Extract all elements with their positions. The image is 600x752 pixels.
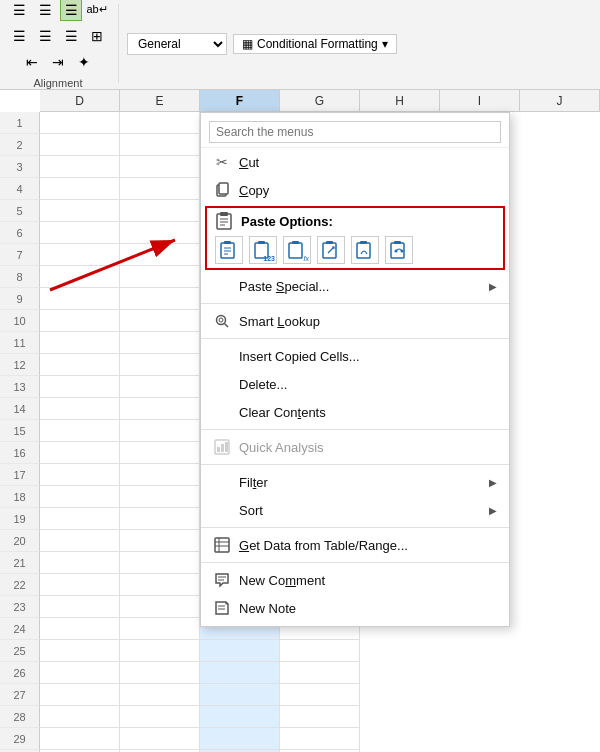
orientation-icon[interactable]: ✦ — [73, 51, 95, 73]
cell-E12[interactable] — [120, 354, 200, 376]
cell-E20[interactable] — [120, 530, 200, 552]
cell-D10[interactable] — [40, 310, 120, 332]
cell-E11[interactable] — [120, 332, 200, 354]
align-right-icon[interactable]: ☰ — [60, 0, 82, 21]
paste-icon-2[interactable]: 123 — [249, 236, 277, 264]
cell-E24[interactable] — [120, 618, 200, 640]
cell-D8[interactable] — [40, 266, 120, 288]
cell-D21[interactable] — [40, 552, 120, 574]
align-center-icon[interactable]: ☰ — [34, 0, 56, 21]
cell-E16[interactable] — [120, 442, 200, 464]
cell-D12[interactable] — [40, 354, 120, 376]
cell-E10[interactable] — [120, 310, 200, 332]
cell-D13[interactable] — [40, 376, 120, 398]
menu-item-sort[interactable]: ◻ Sort ▶ — [201, 496, 509, 524]
cell-D23[interactable] — [40, 596, 120, 618]
paste-icon-4[interactable] — [317, 236, 345, 264]
cell-D26[interactable] — [40, 662, 120, 684]
paste-icon-1[interactable] — [215, 236, 243, 264]
cell-E14[interactable] — [120, 398, 200, 420]
cell-E25[interactable] — [120, 640, 200, 662]
cell-D20[interactable] — [40, 530, 120, 552]
cell-D27[interactable] — [40, 684, 120, 706]
cell-F27[interactable] — [200, 684, 280, 706]
cell-E17[interactable] — [120, 464, 200, 486]
align-top-icon[interactable]: ☰ — [8, 25, 30, 47]
cell-G28[interactable] — [280, 706, 360, 728]
cell-D11[interactable] — [40, 332, 120, 354]
cell-D3[interactable] — [40, 156, 120, 178]
cell-F26[interactable] — [200, 662, 280, 684]
paste-icon-6[interactable] — [385, 236, 413, 264]
cell-E27[interactable] — [120, 684, 200, 706]
cell-D4[interactable] — [40, 178, 120, 200]
cell-G27[interactable] — [280, 684, 360, 706]
cell-D16[interactable] — [40, 442, 120, 464]
cell-E23[interactable] — [120, 596, 200, 618]
menu-item-get-data[interactable]: Get Data from Table/Range... — [201, 531, 509, 559]
menu-item-new-comment[interactable]: New Comment — [201, 566, 509, 594]
cell-E9[interactable] — [120, 288, 200, 310]
cell-D28[interactable] — [40, 706, 120, 728]
cell-E29[interactable] — [120, 728, 200, 750]
cell-E15[interactable] — [120, 420, 200, 442]
cell-D1[interactable] — [40, 112, 120, 134]
cell-D18[interactable] — [40, 486, 120, 508]
cell-D9[interactable] — [40, 288, 120, 310]
format-dropdown[interactable]: General — [127, 33, 227, 55]
cell-E8[interactable] — [120, 266, 200, 288]
wrap-text-icon[interactable]: ab↵ — [86, 0, 108, 21]
cell-D14[interactable] — [40, 398, 120, 420]
cell-F25[interactable] — [200, 640, 280, 662]
menu-item-paste-special[interactable]: ◻ Paste Special... ▶ — [201, 272, 509, 300]
cell-E4[interactable] — [120, 178, 200, 200]
cell-E7[interactable] — [120, 244, 200, 266]
cell-D29[interactable] — [40, 728, 120, 750]
col-header-F[interactable]: F — [200, 90, 280, 111]
menu-item-filter[interactable]: ◻ Filter ▶ — [201, 468, 509, 496]
col-header-E[interactable]: E — [120, 90, 200, 111]
cell-D25[interactable] — [40, 640, 120, 662]
cell-D17[interactable] — [40, 464, 120, 486]
cell-E2[interactable] — [120, 134, 200, 156]
cell-G29[interactable] — [280, 728, 360, 750]
cell-E5[interactable] — [120, 200, 200, 222]
cell-D6[interactable] — [40, 222, 120, 244]
cell-E28[interactable] — [120, 706, 200, 728]
menu-item-cut[interactable]: ✂ Cut — [201, 148, 509, 176]
cell-E18[interactable] — [120, 486, 200, 508]
col-header-J[interactable]: J — [520, 90, 600, 111]
menu-item-clear-contents[interactable]: ◻ Clear Contents — [201, 398, 509, 426]
align-middle-icon[interactable]: ☰ — [34, 25, 56, 47]
cell-G26[interactable] — [280, 662, 360, 684]
align-left-icon[interactable]: ☰ — [8, 0, 30, 21]
cell-D5[interactable] — [40, 200, 120, 222]
cell-G25[interactable] — [280, 640, 360, 662]
conditional-formatting-button[interactable]: ▦ Conditional Formatting ▾ — [233, 34, 397, 54]
cell-E26[interactable] — [120, 662, 200, 684]
cell-D24[interactable] — [40, 618, 120, 640]
increase-indent-icon[interactable]: ⇥ — [47, 51, 69, 73]
col-header-G[interactable]: G — [280, 90, 360, 111]
cell-D19[interactable] — [40, 508, 120, 530]
cell-F28[interactable] — [200, 706, 280, 728]
cell-E21[interactable] — [120, 552, 200, 574]
cell-F29[interactable] — [200, 728, 280, 750]
menu-item-insert-copied[interactable]: ◻ Insert Copied Cells... — [201, 342, 509, 370]
cell-D7[interactable] — [40, 244, 120, 266]
decrease-indent-icon[interactable]: ⇤ — [21, 51, 43, 73]
menu-item-smart-lookup[interactable]: Smart Lookup — [201, 307, 509, 335]
cell-E19[interactable] — [120, 508, 200, 530]
col-header-I[interactable]: I — [440, 90, 520, 111]
merge-cells-icon[interactable]: ⊞ — [86, 25, 108, 47]
col-header-H[interactable]: H — [360, 90, 440, 111]
menu-item-delete[interactable]: ◻ Delete... — [201, 370, 509, 398]
align-bottom-icon[interactable]: ☰ — [60, 25, 82, 47]
menu-item-copy[interactable]: Copy — [201, 176, 509, 204]
cell-E13[interactable] — [120, 376, 200, 398]
cell-D22[interactable] — [40, 574, 120, 596]
paste-icon-3[interactable]: fx — [283, 236, 311, 264]
cell-E22[interactable] — [120, 574, 200, 596]
search-input[interactable] — [209, 121, 501, 143]
cell-E1[interactable] — [120, 112, 200, 134]
